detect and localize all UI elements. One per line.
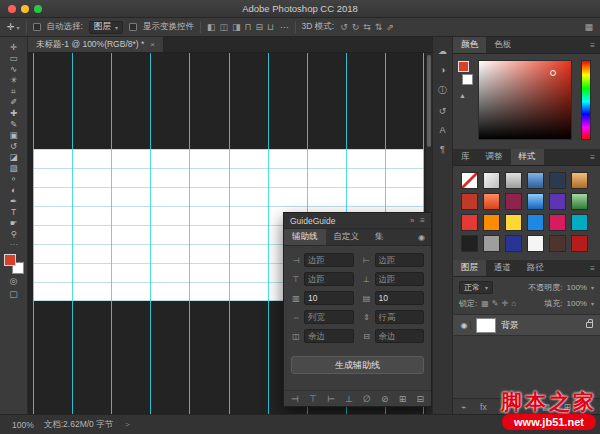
eraser-tool[interactable]: ◪	[3, 152, 25, 163]
slide-3d-icon[interactable]: ⇅	[375, 22, 383, 32]
history-icon[interactable]: ↺	[439, 106, 447, 116]
guide-visibility-icon[interactable]: ◉	[418, 229, 431, 245]
row-count-input[interactable]	[375, 291, 425, 305]
close-tab-icon[interactable]: ×	[150, 40, 155, 49]
opacity-value[interactable]: 100%	[567, 283, 587, 292]
move-tool[interactable]: ✛	[3, 42, 25, 53]
gradient-tool[interactable]: ▨	[3, 163, 25, 174]
brush-tool[interactable]: ✎	[3, 119, 25, 130]
generate-guides-button[interactable]: 生成辅助线	[291, 356, 424, 374]
drag-3d-icon[interactable]: ⇆	[363, 22, 371, 32]
lock-position-icon[interactable]: ✛	[502, 299, 509, 308]
guide-bottom-icon[interactable]: ⊥	[345, 394, 353, 404]
align-left-icon[interactable]: ◧	[207, 22, 216, 32]
align-top-icon[interactable]: ⊓	[245, 22, 252, 32]
tab-layers[interactable]: 图层	[453, 260, 486, 276]
background-color-swatch[interactable]	[462, 74, 473, 85]
paragraph-icon[interactable]: ¶	[440, 144, 445, 154]
style-swatch[interactable]	[527, 214, 544, 231]
clear-guides-icon[interactable]: ⊟	[416, 394, 424, 404]
guideguide-titlebar[interactable]: GuideGuide » ≡	[284, 213, 431, 229]
style-swatch[interactable]	[505, 235, 522, 252]
spot-healing-tool[interactable]: ✚	[3, 108, 25, 119]
lock-transparency-icon[interactable]: ▦	[481, 299, 489, 308]
layer-effects-icon[interactable]: fx	[480, 402, 487, 412]
style-swatch[interactable]	[483, 235, 500, 252]
foreground-color-swatch[interactable]	[458, 61, 469, 72]
tab-libraries[interactable]: 库	[453, 149, 478, 165]
guide-right-icon[interactable]: ⊢	[327, 394, 335, 404]
blur-tool[interactable]: ⚬	[3, 174, 25, 185]
foreground-background-colors[interactable]	[4, 254, 24, 274]
rectangular-marquee-tool[interactable]: ▭	[3, 53, 25, 64]
row-height-input[interactable]	[375, 310, 425, 324]
style-swatch[interactable]	[483, 214, 500, 231]
adjustments-icon[interactable]: ◑	[440, 65, 445, 75]
tab-color[interactable]: 颜色	[453, 37, 486, 53]
layer-row-background[interactable]: ◉ 背景	[453, 314, 600, 336]
zoom-window-button[interactable]	[34, 5, 42, 13]
right-margin-input[interactable]	[375, 253, 425, 267]
tab-guides[interactable]: 辅助线	[284, 229, 326, 245]
zoom-tool[interactable]: ⚲	[3, 229, 25, 240]
quick-mask-icon[interactable]: ◎	[3, 274, 25, 287]
fill-value[interactable]: 100%	[567, 299, 587, 308]
tab-channels[interactable]: 通道	[486, 260, 519, 276]
saturation-brightness-field[interactable]	[478, 60, 572, 140]
auto-select-dropdown[interactable]: 图层 ▾	[89, 21, 123, 34]
dodge-tool[interactable]: ◐	[3, 185, 25, 196]
tab-paths[interactable]: 路径	[519, 260, 552, 276]
tab-styles[interactable]: 样式	[511, 149, 544, 165]
vertical-guide[interactable]	[111, 53, 112, 414]
type-tool[interactable]: T	[3, 207, 25, 218]
column-width-input[interactable]	[304, 310, 354, 324]
collapse-panel-icon[interactable]: »	[410, 216, 414, 225]
style-swatch[interactable]	[461, 235, 478, 252]
vertical-guide[interactable]	[150, 53, 151, 414]
rotate-3d-icon[interactable]: ↺	[340, 22, 348, 32]
style-swatch[interactable]	[527, 193, 544, 210]
hue-slider[interactable]	[581, 60, 591, 140]
style-swatch[interactable]	[571, 172, 588, 189]
more-options-icon[interactable]: ⋯	[280, 22, 289, 32]
guide-top-icon[interactable]: ⊤	[309, 394, 317, 404]
column-count-input[interactable]	[304, 291, 354, 305]
workspace-icon[interactable]: ▦	[584, 22, 593, 32]
guide-left-icon[interactable]: ⊣	[291, 394, 299, 404]
row-gutter-input[interactable]	[375, 329, 425, 343]
top-margin-input[interactable]	[304, 272, 354, 286]
tab-swatches[interactable]: 色板	[486, 37, 519, 53]
style-swatch[interactable]	[549, 235, 566, 252]
hand-tool[interactable]: ☛	[3, 218, 25, 229]
document-tab[interactable]: 未标题-1 @ 100%(RGB/8*) * ×	[28, 37, 164, 52]
panel-menu-icon[interactable]: ≡	[585, 260, 600, 276]
lasso-tool[interactable]: ∿	[3, 64, 25, 75]
close-window-button[interactable]	[8, 5, 16, 13]
style-swatch[interactable]	[527, 235, 544, 252]
panel-menu-icon[interactable]: ≡	[585, 149, 600, 165]
clone-stamp-tool[interactable]: ▣	[3, 130, 25, 141]
column-gutter-input[interactable]	[304, 329, 354, 343]
panel-menu-icon[interactable]: ≡	[420, 216, 425, 225]
canvas-area[interactable]: GuideGuide » ≡ 辅助线 自定义 集 ◉ ⊣	[28, 53, 432, 414]
tool-preset-button[interactable]: ✛ ▾	[7, 22, 20, 32]
style-swatch[interactable]	[571, 235, 588, 252]
tab-custom[interactable]: 自定义	[326, 229, 368, 245]
style-swatch[interactable]	[505, 172, 522, 189]
style-swatch[interactable]	[505, 193, 522, 210]
vertical-guide[interactable]	[72, 53, 73, 414]
style-swatch[interactable]	[549, 172, 566, 189]
guide-vcenter-icon[interactable]: ∅	[363, 394, 371, 404]
scrollbar-thumb[interactable]	[427, 55, 431, 147]
edit-toolbar-icon[interactable]: ⋯	[3, 240, 25, 249]
vertical-guide[interactable]	[189, 53, 190, 414]
align-right-icon[interactable]: ◨	[232, 22, 241, 32]
vertical-guide[interactable]	[229, 53, 230, 414]
style-swatch[interactable]	[549, 193, 566, 210]
left-margin-input[interactable]	[304, 253, 354, 267]
show-transform-checkbox[interactable]	[129, 23, 137, 31]
character-icon[interactable]: A	[439, 125, 445, 135]
style-swatch[interactable]	[461, 214, 478, 231]
libraries-icon[interactable]: ☁	[438, 46, 447, 56]
style-swatch[interactable]	[571, 193, 588, 210]
